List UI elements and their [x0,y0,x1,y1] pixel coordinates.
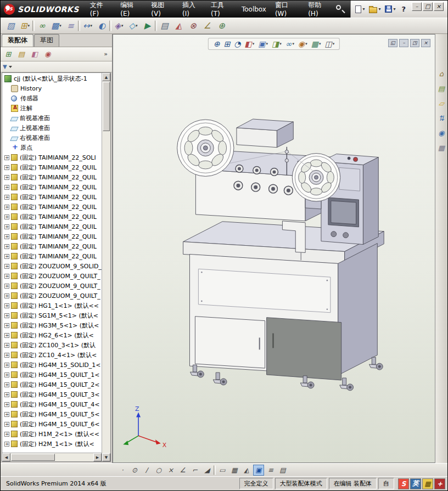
menu-item[interactable]: 编辑(E) [116,1,147,18]
tree-item[interactable]: (固定) ZOUZUOM_9_SOLID_ [2,261,102,271]
wire-reel-left[interactable] [177,120,234,176]
sogou-icon[interactable]: S [398,478,409,489]
tree-item[interactable]: (固定) HG4M_15_QUILT_2< [2,380,102,390]
smart-fasteners-icon[interactable]: ≡ [64,19,77,32]
snap-points-icon[interactable]: · [117,465,128,476]
maximize-button[interactable]: □ [423,2,433,11]
tree-item[interactable]: (固定) HG4M_15_QUILT_5< [2,409,102,419]
reference-geometry-icon[interactable]: ◇ [126,19,140,32]
tree-item[interactable]: 注解 [2,103,102,113]
menu-item[interactable]: 工具(T) [206,1,237,18]
expand-icon[interactable] [4,175,9,180]
expand-icon[interactable] [4,333,9,338]
tree-item[interactable]: (固定) TAIMIANM_22_SOLI [2,153,102,162]
previous-view-icon[interactable]: ◔ [233,39,242,49]
ime-settings-icon[interactable]: + [434,478,445,489]
instant2d-icon[interactable]: ≡ [265,465,276,476]
mate-icon[interactable]: ∞ [35,19,49,32]
tree-item[interactable]: (固定) TAIMIANM_22_QUIL [2,241,102,251]
expand-icon[interactable] [4,422,9,427]
vscroll-thumb[interactable] [103,82,110,131]
tree-item[interactable]: (固定) ZOUZUOM_9_QUILT_ [2,281,102,291]
snap-inference-icon[interactable]: ◭ [241,465,252,476]
tab-assembly[interactable]: 装配体 [2,34,33,47]
measure-icon[interactable]: ∠ [200,19,214,32]
new-motion-study-icon[interactable]: ▶ [141,19,154,32]
menu-item[interactable]: 窗口(W) [271,1,304,18]
tree-item[interactable]: 前视基准面 [2,113,102,123]
tree-item[interactable]: (固定) H2M_1<1> (默认< [2,439,102,449]
tree-item[interactable]: (固定) TAIMIANM_22_QUIL [2,182,102,192]
view-settings-icon[interactable]: ◫ [323,39,335,49]
section-view-icon[interactable]: ◧ [244,39,256,49]
tree-item[interactable]: (固定) HG1_1<1> (默认<< [2,301,102,311]
tree-item[interactable]: 上视基准面 [2,123,102,133]
filter-icon[interactable]: ▼ [3,64,7,70]
expand-icon[interactable] [4,195,9,200]
expand-icon[interactable] [4,412,9,417]
menu-item[interactable]: 帮助(H) [304,1,335,18]
toolbar-icon[interactable] [109,20,111,31]
snap-perpendicular-icon[interactable]: ⌐ [189,465,200,476]
expand-icon[interactable] [4,294,9,298]
menu-item[interactable]: 插入(I) [178,1,206,18]
expand-icon[interactable] [4,254,9,259]
doc-close-icon[interactable]: × [421,39,430,47]
expand-icon[interactable] [4,323,9,328]
toolbar-icon[interactable] [78,20,80,31]
design-library-icon[interactable]: ▤ [436,83,447,94]
apply-scene-icon[interactable]: ▦ [310,39,322,49]
featuremanager-tab-icon[interactable]: ⊞ [3,49,14,60]
tree-item[interactable]: 右视基准面 [2,133,102,143]
tree-item[interactable]: (固定) TAIMIANM_22_QUIL [2,232,102,241]
insert-components-icon[interactable]: ⊞ [18,19,32,32]
model-canvas[interactable]: Z X [113,35,435,462]
tree-item[interactable]: (固定) ZC10_4<1> (默认< [2,350,102,360]
tree-item[interactable]: (固定) ZOUZUOM_9_QUILT_ [2,271,102,281]
help-button[interactable]: ? [397,5,410,13]
view-orientation-icon[interactable]: ▣ [257,39,269,49]
expand-icon[interactable] [4,165,9,170]
expand-icon[interactable] [4,313,9,318]
graphics-area[interactable]: ⊕⊞◔◧▣◨∞◉▦◫ ◱–◳× [113,34,435,463]
manager-overflow-icon[interactable]: » [102,50,110,58]
expand-icon[interactable] [4,392,9,397]
expand-icon[interactable] [4,402,9,407]
tree-item[interactable]: (固定) HG4M_15_QUILT_4< [2,399,102,409]
open-document-icon[interactable] [367,4,383,14]
tree-item[interactable]: (固定) TAIMIANM_22_QUIL [2,162,102,172]
tree-item[interactable]: (固定) H1M_2<1> (默认<< [2,429,102,439]
expand-icon[interactable] [4,205,9,210]
assembly-model[interactable] [177,119,384,391]
minimize-button[interactable]: – [412,2,422,11]
tree-item[interactable]: (固定) HG2_6<1> (默认< [2,330,102,340]
mass-properties-icon[interactable]: ⊕ [215,19,228,32]
toolbar-icon[interactable] [155,20,157,31]
snap-circle-icon[interactable]: ○ [153,465,164,476]
tree-item[interactable]: (固定) TAIMIANM_22_QUIL [2,251,102,261]
expand-icon[interactable] [4,353,9,358]
expand-icon[interactable] [4,442,9,447]
scroll-right-icon[interactable]: ▶ [93,453,102,461]
display-style-icon[interactable]: ◨ [271,39,283,49]
instant3d-icon[interactable]: ▤ [277,465,288,476]
expand-icon[interactable] [4,373,9,377]
expand-icon[interactable] [4,264,9,269]
expand-icon[interactable] [4,274,9,279]
propertymanager-tab-icon[interactable]: ▤ [16,49,27,60]
expand-icon[interactable] [4,155,9,160]
tree-item[interactable]: (固定) HG3M_5<1> (默认< [2,320,102,330]
tree-item[interactable]: (固定) HG4M_15_QUILT_6< [2,419,102,429]
expand-icon[interactable] [4,343,9,348]
expand-icon[interactable] [4,382,9,387]
snap-angle-icon[interactable]: ∠ [177,465,188,476]
tree-item[interactable]: (固定) HG4M_15_QUILT_3< [2,390,102,399]
menu-item[interactable]: 文件(F) [86,1,116,18]
menu-item[interactable]: 视图(V) [147,1,178,18]
bill-of-materials-icon[interactable]: ▤ [158,19,171,32]
interference-detection-icon[interactable]: ⊗ [186,19,200,32]
move-component-icon[interactable]: ↔ [81,19,94,32]
assembly-features-icon[interactable]: ◈ [112,19,126,32]
toolbar-icon[interactable] [32,20,35,31]
hscroll-thumb[interactable] [11,454,55,461]
